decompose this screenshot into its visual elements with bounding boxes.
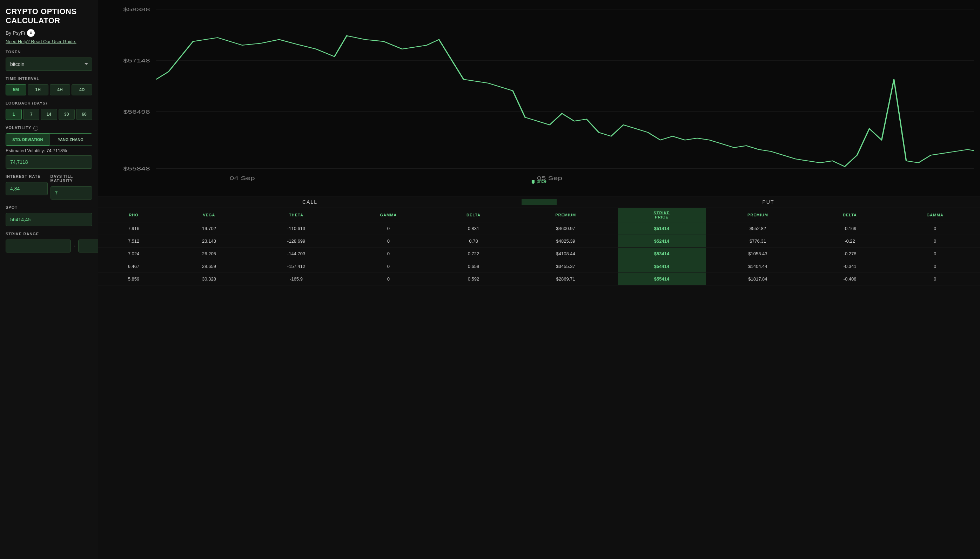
strike-range-dash: - xyxy=(74,243,75,249)
options-header: CALL PUT xyxy=(98,197,980,208)
interval-4h-button[interactable]: 4H xyxy=(50,84,71,95)
app-subtitle: By PsyFi ⊕ xyxy=(6,29,92,37)
interest-rate-input[interactable] xyxy=(6,182,48,195)
table-cell: -0.169 xyxy=(810,222,890,235)
table-cell: $552.82 xyxy=(706,222,809,235)
volatility-group: STD. DEVIATION YANG ZHANG xyxy=(6,133,92,146)
table-cell: 7.024 xyxy=(98,248,169,260)
std-deviation-button[interactable]: STD. DEVIATION xyxy=(6,134,50,146)
spot-input[interactable] xyxy=(6,213,92,226)
col-call-gamma[interactable]: GAMMA xyxy=(343,208,434,222)
interval-4d-button[interactable]: 4D xyxy=(71,84,92,95)
svg-text:$55848: $55848 xyxy=(124,166,150,172)
table-cell: -144.703 xyxy=(249,248,343,260)
sidebar: CRYPTO OPTIONS CALCULATOR By PsyFi ⊕ Nee… xyxy=(0,0,98,559)
lookback-7-button[interactable]: 7 xyxy=(23,109,39,120)
strike-price-cell: $51414 xyxy=(617,222,706,235)
col-strike-price[interactable]: STRIKEPRICE xyxy=(617,208,706,222)
table-cell: 0 xyxy=(343,235,434,248)
table-cell: 28.659 xyxy=(169,260,249,273)
strike-range-row: - xyxy=(6,240,92,253)
svg-text:$57148: $57148 xyxy=(124,58,150,63)
table-cell: -0.408 xyxy=(810,273,890,286)
time-interval-section: TIME INTERVAL 5M 1H 4H 4D xyxy=(6,76,92,95)
table-cell: -0.341 xyxy=(810,260,890,273)
col-call-theta[interactable]: THETA xyxy=(249,208,343,222)
table-cell: $2869.71 xyxy=(513,273,617,286)
interval-1h-button[interactable]: 1H xyxy=(28,84,48,95)
table-cell: 7.916 xyxy=(98,222,169,235)
table-cell: $4108.44 xyxy=(513,248,617,260)
table-cell: 0 xyxy=(890,260,980,273)
strike-range-label: STRIKE RANGE xyxy=(6,232,92,236)
table-cell: 7.512 xyxy=(98,235,169,248)
lookback-group: 1 7 14 30 60 xyxy=(6,109,92,120)
strike-price-cell: $52414 xyxy=(617,235,706,248)
yang-zhang-button[interactable]: YANG ZHANG xyxy=(50,134,92,146)
strike-to-input[interactable] xyxy=(78,240,98,253)
table-cell: -0.278 xyxy=(810,248,890,260)
table-cell: 30.328 xyxy=(169,273,249,286)
lookback-14-button[interactable]: 14 xyxy=(41,109,57,120)
table-cell: 23.143 xyxy=(169,235,249,248)
table-cell: $4600.97 xyxy=(513,222,617,235)
token-label: TOKEN xyxy=(6,50,92,54)
svg-text:04 Sep: 04 Sep xyxy=(229,175,255,181)
table-cell: $4825.39 xyxy=(513,235,617,248)
table-cell: $1817.84 xyxy=(706,273,809,286)
table-cell: 0 xyxy=(343,222,434,235)
spot-section: SPOT xyxy=(6,205,92,226)
interest-rate-label: INTEREST RATE xyxy=(6,174,48,179)
table-cell: 0.659 xyxy=(434,260,514,273)
lookback-section: LOOKBACK (DAYS) 1 7 14 30 60 xyxy=(6,101,92,120)
table-cell: 6.467 xyxy=(98,260,169,273)
col-call-rho[interactable]: RHO xyxy=(98,208,169,222)
table-cell: 0 xyxy=(343,260,434,273)
psyfi-logo: ⊕ xyxy=(27,29,35,37)
spot-label: SPOT xyxy=(6,205,92,209)
table-cell: $1058.43 xyxy=(706,248,809,260)
put-header: PUT xyxy=(557,199,980,205)
table-row: 7.51223.143-128.69900.78$4825.39$52414$7… xyxy=(98,235,980,248)
table-cell: $776.31 xyxy=(706,235,809,248)
options-table-body: 7.91619.702-110.61300.831$4600.97$51414$… xyxy=(98,222,980,286)
time-interval-group: 5M 1H 4H 4D xyxy=(6,84,92,95)
call-header: CALL xyxy=(98,199,521,205)
col-call-delta[interactable]: DELTA xyxy=(434,208,514,222)
lookback-1-button[interactable]: 1 xyxy=(6,109,22,120)
table-cell: 0.592 xyxy=(434,273,514,286)
price-legend: ● price xyxy=(532,179,546,184)
svg-text:$58388: $58388 xyxy=(124,7,150,12)
days-maturity-label: DAYS TILL MATURITY xyxy=(51,174,93,183)
volatility-input[interactable] xyxy=(6,155,92,169)
col-put-premium[interactable]: PREMIUM xyxy=(706,208,809,222)
estimated-volatility: Estimated Volatility: 74.7118% xyxy=(6,148,92,153)
volatility-label: VOLATILITY xyxy=(6,126,31,130)
table-row: 7.91619.702-110.61300.831$4600.97$51414$… xyxy=(98,222,980,235)
table-cell: 0 xyxy=(343,273,434,286)
interval-5m-button[interactable]: 5M xyxy=(6,84,26,95)
main-content: $58388 $57148 $56498 $55848 04 Sep 05 Se… xyxy=(98,0,980,559)
table-cell: -110.613 xyxy=(249,222,343,235)
table-cell: 0 xyxy=(890,222,980,235)
col-call-premium[interactable]: PREMIUM xyxy=(513,208,617,222)
days-maturity-input[interactable] xyxy=(51,186,93,200)
table-cell: 0.722 xyxy=(434,248,514,260)
lookback-label: LOOKBACK (DAYS) xyxy=(6,101,92,105)
lookback-30-button[interactable]: 30 xyxy=(59,109,75,120)
table-cell: -157.412 xyxy=(249,260,343,273)
table-row: 5.85930.328-165.900.592$2869.71$55414$18… xyxy=(98,273,980,286)
lookback-60-button[interactable]: 60 xyxy=(76,109,92,120)
col-put-gamma[interactable]: GAMMA xyxy=(890,208,980,222)
strike-from-input[interactable] xyxy=(6,240,71,253)
app-title: CRYPTO OPTIONS CALCULATOR xyxy=(6,7,92,26)
price-chart: $58388 $57148 $56498 $55848 04 Sep 05 Se… xyxy=(119,3,980,185)
svg-text:$56498: $56498 xyxy=(124,109,150,115)
table-cell: -165.9 xyxy=(249,273,343,286)
token-section: TOKEN bitcoin ethereum solana xyxy=(6,50,92,71)
col-call-vega[interactable]: VEGA xyxy=(169,208,249,222)
token-select[interactable]: bitcoin ethereum solana xyxy=(6,58,92,71)
options-table-wrapper: RHO VEGA THETA GAMMA DELTA PREMIUM STRIK… xyxy=(98,208,980,286)
col-put-delta[interactable]: DELTA xyxy=(810,208,890,222)
help-link[interactable]: Need Help? Read Our User Guide. xyxy=(6,39,92,44)
